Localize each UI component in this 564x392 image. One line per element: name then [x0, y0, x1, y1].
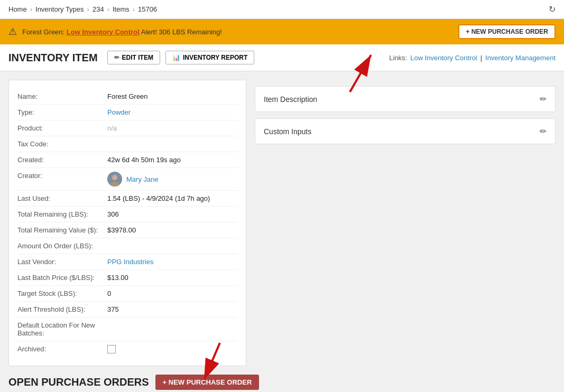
left-panel: Name: Forest Green Type: Powder Product:…: [8, 80, 246, 366]
field-tax-code: Tax Code:: [17, 136, 237, 152]
alert-new-po-button[interactable]: + NEW PURCHASE ORDER: [458, 24, 556, 39]
inventory-management-link[interactable]: Inventory Management: [485, 54, 556, 62]
default-location-label: Default Location For New Batches:: [17, 321, 107, 337]
svg-line-6: [204, 343, 220, 380]
open-po-header: OPEN PURCHASE ORDERS + NEW PURCHASE ORDE…: [8, 375, 556, 390]
last-vendor-label: Last Vendor:: [17, 258, 107, 266]
archived-checkbox[interactable]: [107, 345, 116, 353]
main-content: Name: Forest Green Type: Powder Product:…: [0, 71, 564, 375]
breadcrumb-sep-4: ›: [133, 5, 135, 13]
alert-text-suffix: Alert! 306 LBS Remaining!: [140, 28, 222, 36]
open-po-section: OPEN PURCHASE ORDERS + NEW PURCHASE ORDE…: [0, 375, 564, 392]
report-icon: 📊: [172, 54, 180, 61]
annotation-arrow-up: [318, 51, 382, 93]
edit-icon: ✏: [114, 54, 119, 61]
alert-threshold-label: Alert Threshold (LBS):: [17, 305, 107, 313]
custom-inputs-card: Custom Inputs ✏: [255, 118, 556, 144]
total-remaining-val-value: $3978.00: [107, 226, 136, 234]
name-label: Name:: [17, 92, 107, 100]
item-description-title: Item Description: [264, 95, 317, 104]
refresh-button[interactable]: ↻: [549, 4, 556, 14]
tax-code-label: Tax Code:: [17, 140, 107, 148]
right-panel: Item Description ✏ Custom Inputs ✏: [255, 80, 556, 366]
field-last-batch-price: Last Batch Price ($/LBS): $13.00: [17, 270, 237, 286]
field-alert-threshold: Alert Threshold (LBS): 375: [17, 302, 237, 318]
item-description-edit-button[interactable]: ✏: [540, 94, 547, 104]
low-inventory-control-link[interactable]: Low Inventory Control: [410, 54, 477, 62]
type-value[interactable]: Powder: [107, 108, 131, 116]
report-button-label: INVENTORY REPORT: [183, 54, 247, 61]
custom-inputs-title: Custom Inputs: [264, 127, 311, 136]
page-title: INVENTORY ITEM: [8, 52, 98, 64]
breadcrumb-items[interactable]: Items: [113, 5, 130, 13]
archived-label: Archived:: [17, 345, 107, 353]
breadcrumb-sep-1: ›: [30, 5, 32, 13]
created-label: Created:: [17, 156, 107, 164]
field-name: Name: Forest Green: [17, 89, 237, 105]
target-stock-label: Target Stock (LBS):: [17, 290, 107, 297]
creator-label: Creator:: [17, 172, 107, 180]
breadcrumb-item-id[interactable]: 15706: [138, 5, 157, 13]
open-po-title: OPEN PURCHASE ORDERS: [8, 376, 149, 388]
amount-on-order-label: Amount On Order (LBS):: [17, 242, 107, 250]
annotation-arrow-down: [188, 338, 252, 385]
breadcrumb-inventory-types[interactable]: Inventory Types: [35, 5, 84, 13]
field-type: Type: Powder: [17, 105, 237, 120]
custom-inputs-edit-button[interactable]: ✏: [540, 126, 547, 136]
last-used-value: 1.54 (LBS) - 4/9/2024 (1d 7h ago): [107, 194, 210, 202]
field-last-used: Last Used: 1.54 (LBS) - 4/9/2024 (1d 7h …: [17, 191, 237, 207]
total-remaining-lbs-value: 306: [107, 210, 119, 218]
field-total-remaining-lbs: Total Remaining (LBS): 306: [17, 207, 237, 222]
alert-low-inventory-link[interactable]: Low Inventory Control: [67, 28, 140, 36]
links-label: Links:: [389, 54, 407, 62]
avatar: [107, 172, 122, 186]
edit-item-button[interactable]: ✏ EDIT ITEM: [107, 51, 160, 64]
total-remaining-lbs-label: Total Remaining (LBS):: [17, 210, 107, 218]
created-value: 42w 6d 4h 50m 19s ago: [107, 156, 181, 164]
last-used-label: Last Used:: [17, 194, 107, 202]
field-created: Created: 42w 6d 4h 50m 19s ago: [17, 152, 237, 168]
last-batch-price-value: $13.00: [107, 274, 128, 282]
field-product: Product: n/a: [17, 120, 237, 136]
item-description-card: Item Description ✏: [255, 86, 556, 112]
creator-row: Mary Jane: [107, 172, 159, 186]
field-target-stock: Target Stock (LBS): 0: [17, 286, 237, 302]
alert-text-prefix: Forest Green:: [22, 28, 67, 36]
link-sep: |: [480, 54, 482, 62]
alert-text: Forest Green: Low Inventory Control Aler…: [22, 28, 453, 36]
breadcrumb-sep-2: ›: [87, 5, 89, 13]
product-value: n/a: [107, 124, 117, 132]
inventory-report-button[interactable]: 📊 INVENTORY REPORT: [165, 51, 254, 64]
target-stock-value: 0: [107, 290, 111, 297]
page-header: INVENTORY ITEM ✏ EDIT ITEM 📊 INVENTORY R…: [0, 44, 564, 71]
breadcrumb-home[interactable]: Home: [8, 5, 27, 13]
alert-icon: ⚠: [8, 26, 17, 38]
type-label: Type:: [17, 108, 107, 116]
field-creator: Creator: Mary Jane: [17, 168, 237, 191]
svg-line-4: [350, 55, 371, 92]
field-amount-on-order: Amount On Order (LBS):: [17, 238, 237, 254]
name-value: Forest Green: [107, 92, 148, 100]
last-batch-price-label: Last Batch Price ($/LBS):: [17, 274, 107, 282]
field-last-vendor: Last Vendor: PPG Industries: [17, 254, 237, 270]
alert-banner: ⚠ Forest Green: Low Inventory Control Al…: [0, 19, 564, 44]
creator-name[interactable]: Mary Jane: [126, 175, 159, 183]
breadcrumb: Home › Inventory Types › 234 › Items › 1…: [0, 0, 564, 19]
breadcrumb-sep-3: ›: [107, 5, 109, 13]
edit-button-label: EDIT ITEM: [122, 54, 153, 61]
header-links: Links: Low Inventory Control | Inventory…: [389, 54, 556, 62]
breadcrumb-234[interactable]: 234: [93, 5, 104, 13]
alert-threshold-value: 375: [107, 305, 119, 313]
last-vendor-value[interactable]: PPG Industries: [107, 258, 153, 266]
svg-point-1: [112, 175, 117, 180]
product-label: Product:: [17, 124, 107, 132]
total-remaining-val-label: Total Remaining Value ($):: [17, 226, 107, 234]
field-total-remaining-val: Total Remaining Value ($): $3978.00: [17, 222, 237, 238]
